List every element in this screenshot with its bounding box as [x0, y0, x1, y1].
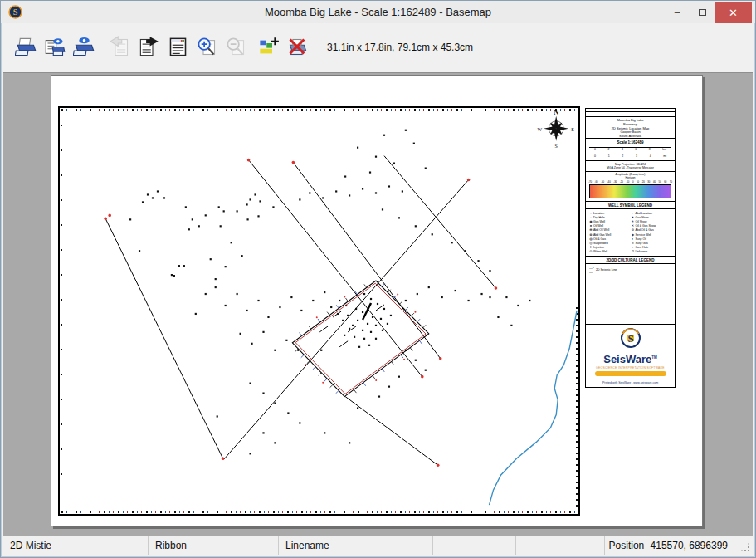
window-title: Moomba Big Lake - Scale 1:162489 - Basem… — [1, 1, 755, 23]
print-preview-button[interactable] — [70, 30, 99, 65]
survey-tick — [417, 319, 421, 322]
line-endpoint-dot — [104, 218, 107, 221]
survey-tick — [382, 369, 384, 372]
one-page-view-button[interactable] — [163, 30, 193, 65]
close-button[interactable]: ✕ — [715, 2, 752, 23]
survey-tick-dot — [322, 382, 324, 384]
line-endpoint-dot — [437, 463, 440, 467]
well-marker — [300, 310, 302, 311]
page-size-label: 31.1in x 17.8in, 79.1cm x 45.3cm — [327, 42, 473, 53]
well-marker — [405, 300, 407, 301]
scale-tick: 0 — [594, 154, 596, 158]
survey-tick-dot — [397, 293, 398, 295]
well-legend-header: WELL SYMBOL LEGEND — [586, 202, 675, 209]
maximize-button[interactable] — [690, 2, 715, 23]
zoom-out-button[interactable] — [222, 30, 251, 65]
well-stick — [319, 326, 328, 332]
well-marker — [369, 171, 371, 173]
colorbar-tick: -40 — [607, 180, 611, 184]
next-page-button[interactable] — [134, 30, 163, 65]
scale-tick: 4 — [622, 148, 623, 151]
app-window: S Moomba Big Lake - Scale 1:162489 - Bas… — [0, 0, 756, 558]
survey-tick — [423, 325, 427, 328]
status-ribbon: Ribbon — [149, 536, 279, 555]
print-setup-button[interactable] — [41, 30, 70, 65]
well-marker — [254, 193, 256, 195]
well-legend-item: ?Unknown — [631, 250, 673, 254]
survey-tick — [410, 348, 412, 351]
toolbar: 31.1in x 17.8in, 79.1cm x 45.3cm — [1, 23, 755, 71]
well-label: Oil & Gas Show — [636, 224, 656, 228]
survey-tick — [336, 305, 339, 308]
well-marker — [225, 305, 227, 306]
colorbar-header: Amplitude (2-way time)Horizon — [586, 173, 675, 179]
well-marker — [299, 198, 300, 200]
colorbar-tick: -20 — [620, 180, 623, 184]
well-marker — [231, 242, 232, 243]
seismic-line — [293, 163, 440, 359]
print-preview-area[interactable]: NSEW Moomba Big LakeBasemap2D Seismic Lo… — [3, 72, 753, 536]
scale-label: Scale 1:162489 — [586, 140, 675, 144]
well-marker — [267, 316, 269, 318]
scale-tick: 1 — [608, 154, 610, 158]
survey-tick — [401, 355, 403, 358]
well-label: Unknown — [636, 250, 648, 253]
status-empty-1 — [433, 536, 516, 555]
well-marker — [368, 345, 370, 346]
printer-document-eye-icon — [44, 36, 66, 58]
well-marker — [274, 442, 276, 443]
well-marker — [330, 306, 332, 308]
status-empty-2 — [516, 536, 605, 555]
well-marker — [285, 340, 287, 341]
legend-colorbar-section: Amplitude (2-way time)Horizon -70-60-50-… — [586, 172, 675, 202]
well-marker — [157, 190, 159, 192]
close-print-button[interactable] — [283, 30, 312, 65]
well-stick — [376, 305, 384, 311]
well-marker — [357, 407, 358, 409]
resize-grip[interactable] — [741, 543, 751, 553]
line-endpoint-dot — [495, 286, 498, 290]
well-marker — [251, 343, 252, 345]
well-marker — [517, 305, 519, 306]
well-legend-col-right: ◦Abd Location✶Gas Show✳Oil Show✕Oil & Ga… — [631, 211, 673, 254]
scale-bar-miles: 01234mi — [589, 154, 671, 158]
survey-tick — [382, 284, 385, 287]
line-endpoint-dot — [467, 179, 471, 182]
minimize-button[interactable]: – — [665, 2, 690, 23]
line-endpoint-dot — [108, 214, 111, 218]
survey-outline — [292, 281, 428, 396]
well-marker — [220, 225, 222, 227]
survey-tick — [345, 298, 348, 301]
well-marker — [398, 376, 400, 378]
well-marker — [274, 350, 276, 351]
previous-page-button[interactable] — [105, 30, 134, 65]
colorbar-gradient — [589, 184, 671, 198]
well-marker — [413, 143, 415, 144]
line-endpoint-dot — [439, 357, 442, 360]
survey-tick — [373, 375, 375, 379]
zoom-in-button[interactable] — [193, 30, 222, 65]
well-marker — [205, 293, 207, 295]
survey-tick — [354, 389, 356, 393]
survey-tick-dot — [403, 359, 405, 360]
well-stick — [339, 341, 348, 347]
well-marker — [344, 175, 346, 177]
svg-text:N: N — [554, 108, 559, 116]
well-label: Suspended — [593, 242, 608, 245]
well-marker — [362, 188, 363, 189]
well-legend-items: ○Location◌Dry Hole◉Gas Well●Oil Well⊕Abd… — [586, 209, 675, 257]
well-marker — [415, 225, 417, 227]
well-label: Water Well — [593, 250, 607, 253]
colorbar-tick: 70 — [670, 180, 672, 184]
well-marker — [279, 306, 280, 308]
well-marker — [405, 130, 407, 131]
colorbar-tick: 40 — [653, 180, 656, 184]
line-endpoint-dot — [421, 375, 424, 379]
edit-legend-button[interactable] — [254, 30, 283, 65]
print-button[interactable] — [12, 30, 41, 65]
scale-tick: 2 — [622, 154, 623, 158]
well-marker — [355, 308, 357, 310]
scale-tick: 2 — [607, 148, 609, 151]
well-label: Oil Show — [636, 220, 647, 223]
river-line — [490, 311, 578, 505]
